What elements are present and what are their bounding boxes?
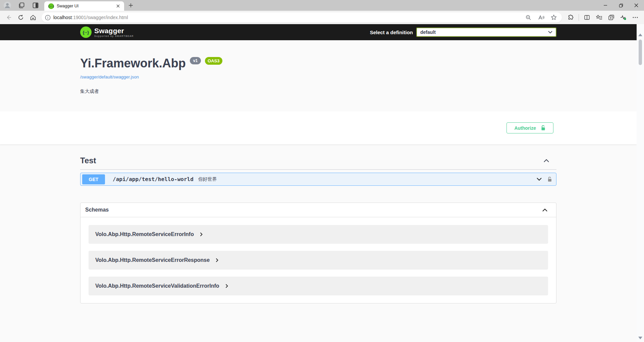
spec-json-link[interactable]: /swagger/default/swagger.json <box>80 74 139 79</box>
select-definition-label: Select a definition <box>370 30 413 35</box>
site-info-icon[interactable] <box>45 15 51 20</box>
tab-title: Swagger UI <box>57 4 115 8</box>
api-title-row: Yi.Framework.Abp v1 OAS3 <box>80 56 556 70</box>
operation-path: /api/app/test/hello-world <box>113 176 194 182</box>
extensions-button[interactable] <box>565 12 576 23</box>
swagger-wordmark: Swagger <box>94 27 134 34</box>
model-row-remote-service-validation-error-info[interactable]: Volo.Abp.Http.RemoteServiceValidationErr… <box>89 277 548 295</box>
swagger-logo-icon: {··} <box>80 26 92 38</box>
split-screen-button[interactable] <box>582 12 592 23</box>
favorite-star-button[interactable] <box>548 12 559 23</box>
browser-navbar: localhost:19001/swagger/index.html <box>0 11 644 24</box>
api-title: Yi.Framework.Abp <box>80 56 186 70</box>
scrollbar-thumb[interactable] <box>639 40 642 65</box>
authorize-button[interactable]: Authorize <box>506 122 553 133</box>
authorize-label: Authorize <box>514 125 536 131</box>
collections-icon <box>608 14 614 20</box>
settings-menu-button[interactable] <box>630 12 641 23</box>
back-button[interactable] <box>3 12 14 23</box>
browser-essentials-icon <box>620 14 627 20</box>
tag-section-test: Test GET /api/app/test/hello-world 你好世界 <box>80 154 556 186</box>
toolbar-divider <box>579 14 579 21</box>
model-name: Volo.Abp.Http.RemoteServiceValidationErr… <box>95 283 219 289</box>
svg-text:{··}: {··} <box>48 5 54 8</box>
swagger-logo: {··} Swagger Supported by SMARTBEAR <box>80 26 134 38</box>
url-text[interactable]: localhost:19001/swagger/index.html <box>53 15 523 20</box>
api-info-section: Yi.Framework.Abp v1 OAS3 /swagger/defaul… <box>0 40 637 111</box>
browser-toolbar-right <box>565 12 641 23</box>
chevron-right-icon <box>225 284 228 288</box>
home-icon <box>30 14 36 21</box>
chevron-up-icon[interactable] <box>544 159 549 162</box>
chevron-up-icon[interactable] <box>542 209 547 212</box>
refresh-button[interactable] <box>15 12 26 23</box>
url-host: localhost <box>53 15 72 20</box>
scroll-up-arrow[interactable] <box>638 34 642 36</box>
auth-lock-icon[interactable] <box>547 177 552 182</box>
zoom-magnifier-icon <box>526 15 531 20</box>
favorites-list-icon <box>596 14 602 20</box>
puzzle-icon <box>568 14 574 21</box>
tag-title: Test <box>80 156 96 165</box>
restore-icon <box>619 3 623 8</box>
http-method-badge: GET <box>82 174 105 184</box>
model-row-remote-service-error-info[interactable]: Volo.Abp.Http.RemoteServiceErrorInfo <box>89 225 548 244</box>
address-bar[interactable]: localhost:19001/swagger/index.html <box>42 12 562 22</box>
close-icon <box>116 4 120 8</box>
unlocked-padlock-icon <box>541 125 546 131</box>
scroll-down-arrow[interactable] <box>638 337 642 339</box>
minimize-button[interactable] <box>598 0 613 11</box>
scheme-container: Authorize <box>0 111 637 145</box>
home-button[interactable] <box>28 12 38 23</box>
browser-essentials-button[interactable] <box>618 12 629 23</box>
new-tab-button[interactable] <box>126 1 136 10</box>
read-aloud-icon <box>538 15 544 20</box>
tag-header-test[interactable]: Test <box>80 154 556 170</box>
collections-button[interactable] <box>606 12 616 23</box>
refresh-icon <box>18 14 24 20</box>
close-icon <box>634 3 638 7</box>
split-screen-icon <box>584 14 590 20</box>
minimize-icon <box>603 3 607 7</box>
ellipsis-icon <box>633 17 638 18</box>
swagger-topbar: {··} Swagger Supported by SMARTBEAR Sele… <box>0 24 637 40</box>
browser-chrome: {··} Swagger UI <box>0 0 644 24</box>
operation-get-hello-world[interactable]: GET /api/app/test/hello-world 你好世界 <box>80 173 556 186</box>
maximize-button[interactable] <box>613 0 629 11</box>
schemas-header[interactable]: Schemas <box>80 203 556 217</box>
workspaces-icon <box>18 2 25 9</box>
schemas-title: Schemas <box>85 207 109 213</box>
favorites-button[interactable] <box>594 12 604 23</box>
operation-summary: 你好世界 <box>198 176 217 182</box>
tab-close-button[interactable] <box>115 3 121 9</box>
version-badge: v1 <box>190 57 201 64</box>
read-aloud-button[interactable] <box>536 12 546 23</box>
definition-select[interactable]: default <box>416 27 556 37</box>
oas3-badge: OAS3 <box>205 57 222 65</box>
browser-tab-swagger-ui[interactable]: {··} Swagger UI <box>44 1 124 11</box>
profile-avatar[interactable] <box>3 1 12 10</box>
tab-actions-button[interactable] <box>31 1 40 10</box>
model-row-remote-service-error-response[interactable]: Volo.Abp.Http.RemoteServiceErrorResponse <box>89 251 548 270</box>
chevron-right-icon <box>200 232 203 236</box>
chevron-down-icon[interactable] <box>537 178 542 181</box>
schemas-section: Schemas Volo.Abp.Http.RemoteServiceError… <box>80 203 556 303</box>
tab-strip: {··} Swagger UI <box>0 0 644 11</box>
plus-icon <box>128 3 133 8</box>
close-window-button[interactable] <box>629 0 644 11</box>
model-name: Volo.Abp.Http.RemoteServiceErrorInfo <box>95 231 194 237</box>
swagger-page: {··} Swagger Supported by SMARTBEAR Sele… <box>0 24 637 342</box>
avatar-icon <box>3 1 11 9</box>
page-scrollbar[interactable] <box>637 24 644 342</box>
back-arrow-icon <box>6 14 12 20</box>
workspaces-button[interactable] <box>17 1 26 10</box>
chevron-right-icon <box>216 258 218 262</box>
star-icon <box>551 14 557 20</box>
definition-select-value: default <box>420 30 436 35</box>
tab-layout-icon <box>32 2 39 9</box>
swagger-favicon: {··} <box>48 3 54 9</box>
chevron-down-icon <box>548 31 552 34</box>
schemas-wrapper: Schemas Volo.Abp.Http.RemoteServiceError… <box>80 203 556 303</box>
zoom-out-button[interactable] <box>523 12 534 23</box>
url-path: :19001/swagger/index.html <box>72 15 128 20</box>
